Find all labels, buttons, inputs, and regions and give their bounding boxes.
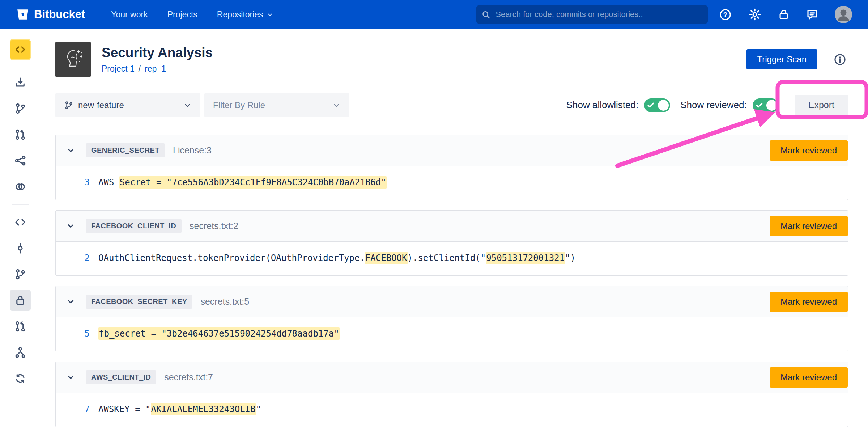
code-row: 7 AWSKEY = "AKIALALEMEL33243OLIB" — [56, 393, 848, 427]
sidebar-item-pull-requests[interactable] — [10, 122, 31, 148]
settings-gear-icon[interactable] — [748, 8, 762, 21]
mark-reviewed-button[interactable]: Mark reviewed — [770, 367, 848, 388]
trigger-scan-button[interactable]: Trigger Scan — [746, 49, 818, 69]
title-block: Security Analysis Project 1 / rep_1 — [102, 45, 213, 74]
sidebar-item-pull-requests-2[interactable] — [10, 313, 31, 339]
chevron-down-icon[interactable] — [67, 222, 75, 230]
security-lock-icon — [14, 294, 26, 306]
code-row: 5 fb_secret = "3b2e464637e5159024254dd78… — [56, 317, 848, 351]
sidebar-item-forks[interactable] — [10, 339, 31, 365]
branch-selector-dropdown[interactable]: new-feature — [55, 93, 200, 117]
filter-toolbar: new-feature Filter By Rule Show allowlis… — [55, 93, 848, 117]
page-header: Security Analysis Project 1 / rep_1 Trig… — [55, 42, 848, 77]
mark-reviewed-button[interactable]: Mark reviewed — [770, 140, 848, 161]
breadcrumb-separator: / — [139, 64, 141, 74]
sidebar — [0, 29, 41, 427]
toggle-group: Show allowlisted: Show reviewed: Export — [566, 95, 848, 116]
help-icon[interactable]: ? — [719, 8, 732, 21]
show-allowlisted-label: Show allowlisted: — [566, 100, 638, 111]
breadcrumb-repo-link[interactable]: rep_1 — [145, 64, 166, 74]
sidebar-item-pipelines[interactable] — [10, 148, 31, 174]
chevron-down-icon[interactable] — [67, 297, 75, 306]
line-number: 3 — [56, 177, 90, 187]
bitbucket-logo[interactable]: Bitbucket — [17, 8, 85, 21]
chevron-down-icon — [267, 11, 273, 18]
show-allowlisted-toggle[interactable] — [644, 98, 670, 112]
secret-highlight: Secret = "7ce556A3bD234Cc1Ff9E8A5C324C0b… — [119, 176, 387, 189]
code-text: AWSKEY = " — [98, 404, 151, 414]
findings-list: GENERIC_SECRET License:3 Mark reviewed 3… — [55, 135, 848, 427]
sidebar-item-sync[interactable] — [10, 365, 31, 392]
secret-highlight: 950513172001321 — [486, 252, 565, 264]
breadcrumb-project-link[interactable]: Project 1 — [102, 64, 135, 74]
finding-location: License:3 — [173, 145, 212, 156]
info-icon[interactable] — [833, 53, 847, 66]
toggle-knob — [766, 100, 777, 111]
branches-icon — [14, 268, 26, 280]
nav-repositories[interactable]: Repositories — [217, 10, 273, 20]
toggle-knob — [658, 100, 669, 111]
code-row: 3 AWS Secret = "7ce556A3bD234Cc1Ff9E8A5C… — [56, 166, 848, 200]
rule-filter-dropdown[interactable]: Filter By Rule — [204, 93, 349, 117]
secret-highlight: FACEBOOK — [365, 252, 408, 264]
sidebar-item-security[interactable] — [10, 290, 31, 311]
pull-requests-icon — [14, 320, 26, 333]
sync-icon — [14, 372, 26, 385]
line-number: 7 — [56, 404, 90, 414]
nav-your-work[interactable]: Your work — [111, 10, 148, 20]
bitbucket-mark-icon — [17, 9, 29, 20]
code-text: ") — [565, 253, 575, 263]
finding-card: FACEBOOK_CLIENT_ID secrets.txt:2 Mark re… — [55, 210, 848, 276]
chevron-down-icon[interactable] — [67, 373, 75, 381]
code-text: OAuthClientRequest.tokenProvider(OAuthPr… — [98, 253, 365, 263]
chevron-down-icon — [183, 101, 191, 109]
feedback-icon[interactable] — [806, 8, 819, 21]
rule-badge: FACEBOOK_CLIENT_ID — [86, 219, 182, 233]
user-avatar[interactable] — [835, 6, 852, 23]
export-button[interactable]: Export — [795, 95, 848, 116]
finding-header: AWS_CLIENT_ID secrets.txt:7 Mark reviewe… — [56, 362, 848, 393]
chevron-down-icon[interactable] — [67, 146, 75, 155]
primary-nav: Your work Projects Repositories — [111, 10, 273, 20]
global-search[interactable] — [476, 5, 708, 24]
branches-icon — [14, 102, 26, 115]
rule-badge: AWS_CLIENT_ID — [86, 370, 156, 384]
secret-highlight: AKIALALEMEL33243OLIB — [151, 403, 256, 415]
sidebar-item-clone[interactable] — [10, 69, 31, 96]
forks-icon — [14, 346, 26, 359]
code-line: fb_secret = "3b2e464637e5159024254dd78aa… — [98, 329, 340, 339]
sidebar-item-source[interactable] — [10, 209, 31, 235]
deployments-icon — [14, 181, 26, 193]
sidebar-item-branches-2[interactable] — [10, 261, 31, 287]
header-actions: Trigger Scan — [746, 49, 848, 69]
code-text: AWS — [98, 177, 119, 187]
svg-text:?: ? — [723, 11, 727, 18]
show-reviewed-toggle[interactable] — [753, 98, 779, 112]
source-icon — [14, 216, 26, 228]
finding-location: secrets.txt:5 — [200, 296, 249, 307]
breadcrumb: Project 1 / rep_1 — [102, 64, 213, 74]
code-text: " — [256, 404, 261, 414]
sidebar-item-deployments[interactable] — [10, 174, 31, 200]
repo-avatar[interactable] — [10, 39, 31, 60]
mark-reviewed-button[interactable]: Mark reviewed — [770, 292, 848, 312]
sidebar-item-commits[interactable] — [10, 235, 31, 261]
finding-header: GENERIC_SECRET License:3 Mark reviewed — [56, 135, 848, 166]
navbar-actions: ? — [719, 6, 852, 23]
lock-icon[interactable] — [778, 8, 790, 21]
rule-badge: FACEBOOK_SECRET_KEY — [86, 295, 192, 309]
pipelines-icon — [14, 155, 26, 167]
line-number: 5 — [56, 328, 90, 339]
rule-filter-placeholder: Filter By Rule — [213, 100, 265, 110]
pull-requests-icon — [14, 128, 26, 141]
code-line: OAuthClientRequest.tokenProvider(OAuthPr… — [98, 253, 575, 263]
nav-projects[interactable]: Projects — [167, 10, 197, 20]
finding-header: FACEBOOK_CLIENT_ID secrets.txt:2 Mark re… — [56, 211, 848, 242]
code-icon — [14, 43, 26, 56]
check-icon — [756, 102, 763, 108]
mark-reviewed-button[interactable]: Mark reviewed — [770, 216, 848, 236]
repository-avatar-image — [55, 42, 91, 77]
rule-badge: GENERIC_SECRET — [86, 143, 165, 157]
sidebar-item-branches[interactable] — [10, 96, 31, 122]
search-input[interactable] — [495, 9, 703, 20]
